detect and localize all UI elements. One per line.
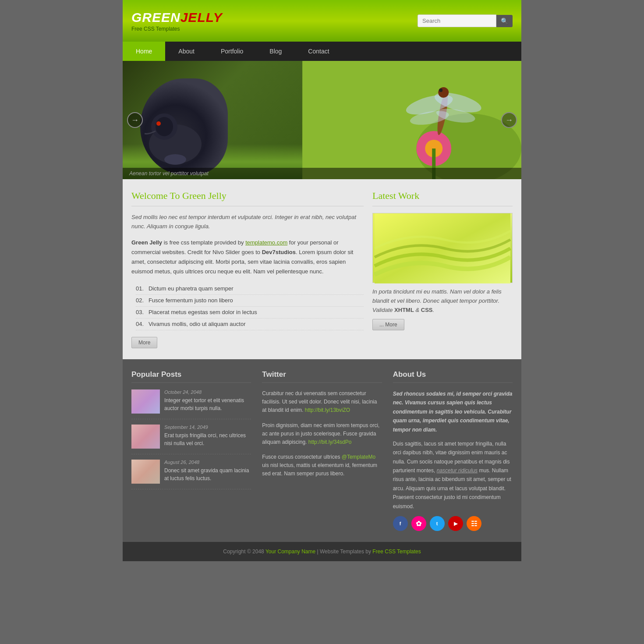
header: GREENJELLY Free CSS Templates 🔍 [123,0,521,42]
popular-posts-title: Popular Posts [131,370,251,383]
post-text-2: Erat turpis fringilla orci, nec ultrices… [164,432,251,447]
footer-bar: Copyright © 2048 Your Company Name | Web… [123,542,521,561]
twitter-section: Twitter Curabitur nec dui venenatis sem … [262,370,382,531]
rss-icon[interactable]: ☷ [467,516,481,531]
post-thumbnail-3 [131,460,160,484]
xhtml-label: XHTML [394,307,414,313]
slider-caption: Aenean tortor vel porttitor volutpat [123,168,521,179]
youtube-icon[interactable]: ▶ [448,516,463,531]
company-link[interactable]: Your Company Name [265,548,315,555]
list-item: 01. Dictum eu pharetra quam semper [136,283,364,295]
svg-point-16 [439,88,442,92]
svg-point-4 [164,154,186,165]
popular-post-3: August 26, 2048 Donec sit amet gravida q… [131,460,251,489]
post-text-3: Donec sit amet gravida quam lacinia at l… [164,467,251,482]
main-content: Welcome To Green Jelly Sed mollis leo ne… [123,179,521,359]
post-info-2: September 14, 2049 Erat turpis fringilla… [164,425,251,449]
about-text-2: Duis sagittis, lacus sit amet tempor fri… [393,439,513,511]
about-us-section: About Us Sed rhoncus sodales mi, id semp… [393,370,513,531]
logo-green: GREEN [131,10,180,25]
popular-post-2: September 14, 2049 Erat turpis fringilla… [131,425,251,454]
slider: → → Aenean tortor vel porttitor volutpat [123,61,521,179]
popular-post-1: October 24, 2048 Integer eget tortor et … [131,389,251,419]
twitter-icon[interactable]: t [430,516,445,531]
footer-middle-text: | Website Templates by [317,548,373,555]
latest-work-more-button[interactable]: ... More [372,319,404,330]
welcome-more-button[interactable]: More [131,337,157,348]
post-thumbnail-1 [131,389,160,414]
welcome-title: Welcome To Green Jelly [131,190,364,206]
logo-jelly: JELLY [180,10,223,25]
green-jelly-label: Green Jelly [131,239,162,246]
about-text-bold: Sed rhoncus sodales mi, id semper orci g… [393,391,513,433]
post-info-1: October 24, 2048 Integer eget tortor et … [164,389,251,414]
latest-work-section: Latest Work [372,190,513,348]
popular-posts-section: Popular Posts October 24, 2048 Integer e… [131,370,251,531]
post-date-2: September 14, 2049 [164,425,251,430]
tweet-1: Curabitur nec dui venenatis sem consecte… [262,389,382,415]
welcome-intro: Sed mollis leo nec est tempor interdum e… [131,213,364,231]
facebook-icon[interactable]: f [393,516,408,531]
copyright-text: Copyright © 2048 [223,548,264,555]
bird-left-panel [123,61,322,179]
templatemo-link[interactable]: templatemo.com [245,239,287,246]
nav: Home About Portfolio Blog Contact [123,42,521,61]
twitter-title: Twitter [262,370,382,383]
post-thumbnail-2 [131,425,160,449]
nav-item-blog[interactable]: Blog [256,42,295,61]
list-item: 03. Placerat metus egestas sem dolor in … [136,307,364,318]
footer-content: Popular Posts October 24, 2048 Integer e… [123,359,521,542]
list-item: 04. Vivamus mollis, odio ut aliquam auct… [136,318,364,330]
svg-point-3 [156,121,161,126]
post-date-3: August 26, 2048 [164,460,251,465]
highlighted-text: nascetur ridiculus [437,467,478,474]
nav-item-portfolio[interactable]: Portfolio [208,42,256,61]
nav-item-about[interactable]: About [165,42,208,61]
bird-right-panel [302,61,522,179]
dev7-label: Dev7studios [262,249,296,255]
template-site-link[interactable]: Free CSS Templates [372,548,421,555]
pigeon-image [140,78,228,175]
tweet-link-2[interactable]: http://bit.ly/34sdPo [308,439,352,445]
about-us-title: About Us [393,370,513,383]
latest-work-title: Latest Work [372,190,513,206]
slider-prev-button[interactable]: → [127,112,143,128]
logo-tagline: Free CSS Templates [131,26,223,32]
welcome-body: Green Jelly is free css template provide… [131,238,364,276]
tweet-mention[interactable]: @TemplateMo [342,454,376,460]
welcome-list: 01. Dictum eu pharetra quam semper 02. F… [136,283,364,330]
slider-inner [123,61,521,179]
post-text-1: Integer eget tortor et elit venenatis au… [164,396,251,412]
nav-item-home[interactable]: Home [123,42,165,61]
nav-item-contact[interactable]: Contact [295,42,342,61]
list-item: 02. Fusce fermentum justo non libero [136,295,364,307]
welcome-section: Welcome To Green Jelly Sed mollis leo ne… [131,190,364,348]
post-info-3: August 26, 2048 Donec sit amet gravida q… [164,460,251,484]
tweet-2: Proin dignissim, diam nec enim lorem tem… [262,421,382,447]
slide-image [123,61,521,179]
latest-work-description: In porta tincidunt mi eu mattis. Nam vel… [372,287,513,315]
svg-point-15 [438,87,449,98]
slider-next-button[interactable]: → [501,112,517,128]
post-date-1: October 24, 2048 [164,389,251,395]
social-icons: f ✿ t ▶ ☷ [393,516,513,531]
tweet-link-1[interactable]: http://bit.ly/13bviZO [305,407,350,413]
logo: GREENJELLY Free CSS Templates [131,10,223,32]
svg-point-2 [156,117,173,136]
latest-work-image [372,213,513,283]
about-text-1: Sed rhoncus sodales mi, id semper orci g… [393,389,513,434]
flickr-icon[interactable]: ✿ [411,516,426,531]
css-label: CSS [421,307,433,313]
search-box: 🔍 [418,14,513,27]
search-input[interactable] [418,14,496,27]
search-button[interactable]: 🔍 [496,15,513,27]
tweet-3: Fusce cursus consectetur ultrices @Templ… [262,453,382,478]
logo-text: GREENJELLY [131,10,223,25]
